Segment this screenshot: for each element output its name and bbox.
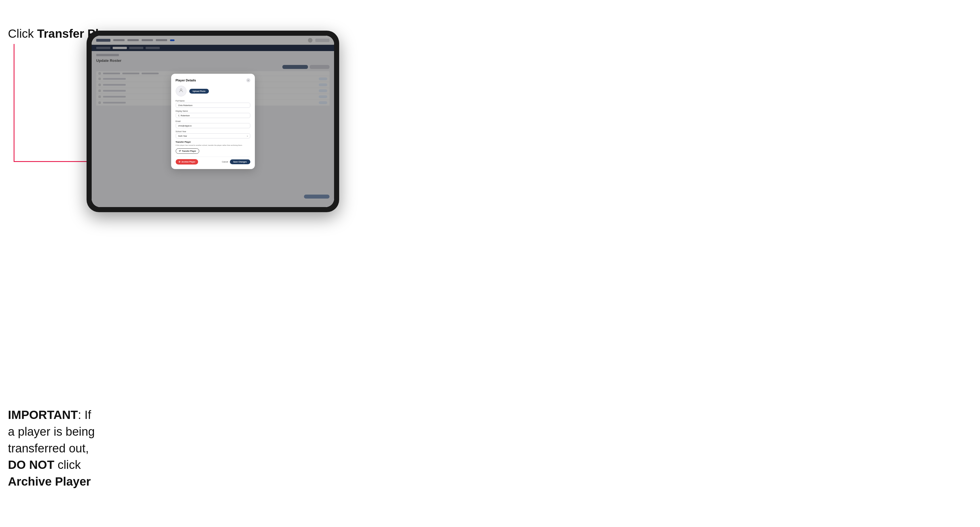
cancel-button[interactable]: Cancel [222,161,228,163]
app-background: Update Roster [92,36,334,207]
modal-close-button[interactable]: × [247,78,250,82]
important-label: IMPORTANT [8,408,78,422]
save-changes-button[interactable]: Save Changes [230,159,250,164]
email-value: chris@clippd.io [178,125,192,127]
instruction-prefix: Click [8,27,37,40]
transfer-player-label: Transfer Player [182,150,196,152]
modal-header: Player Details × [176,78,250,82]
archive-player-label: Archive Player [8,475,91,488]
transfer-player-button[interactable]: ↺ Transfer Player [176,148,199,154]
svg-point-0 [180,89,182,90]
school-year-select[interactable]: Sixth Year ▾ [176,133,250,138]
full-name-value: Chris Robertson [178,105,193,106]
display-name-label: Display Name [176,110,250,112]
archive-player-button[interactable]: ⊘ Archive Player [176,159,198,165]
display-name-value: C. Robertson [178,114,190,117]
display-name-input[interactable]: C. Robertson [176,113,250,118]
email-label: Email [176,120,250,122]
archive-btn-label: Archive Player [181,161,196,163]
transfer-section-title: Transfer Player [176,141,250,143]
modal-footer: ⊘ Archive Player Cancel Save Changes [176,157,250,165]
transfer-player-section: Transfer Player If this player has moved… [176,141,250,154]
footer-right-buttons: Cancel Save Changes [222,159,250,164]
modal-avatar-row: Upload Photo [176,86,250,97]
add-player-button-bottom[interactable] [304,195,329,198]
display-name-field: Display Name C. Robertson [176,110,250,118]
tablet-screen: Update Roster [92,36,334,207]
full-name-field: Full Name Chris Robertson [176,100,250,108]
add-player-area [304,195,329,198]
upload-photo-button[interactable]: Upload Photo [189,89,209,94]
school-year-field: School Year Sixth Year ▾ [176,130,250,138]
avatar-icon [178,88,184,94]
school-year-value: Sixth Year [178,135,187,137]
school-year-label: School Year [176,130,250,132]
full-name-label: Full Name [176,100,250,102]
transfer-description: If this player has moved to another scho… [176,144,250,146]
modal-title: Player Details [176,79,196,82]
email-input[interactable]: chris@clippd.io [176,123,250,128]
player-avatar [176,86,186,97]
annotation-line-vertical [14,44,14,162]
tablet-device: Update Roster [87,31,339,212]
player-details-modal: Player Details × [171,74,255,169]
do-not-label: DO NOT [8,458,54,471]
instruction-rest2: click [54,458,81,471]
email-field: Email chris@clippd.io [176,120,250,128]
archive-icon: ⊘ [178,160,180,163]
modal-overlay: Player Details × [92,36,334,207]
full-name-input[interactable]: Chris Robertson [176,103,250,108]
chevron-down-icon: ▾ [247,135,248,137]
instruction-bottom: IMPORTANT: If a player is being transfer… [8,407,96,490]
transfer-icon: ↺ [179,150,181,152]
